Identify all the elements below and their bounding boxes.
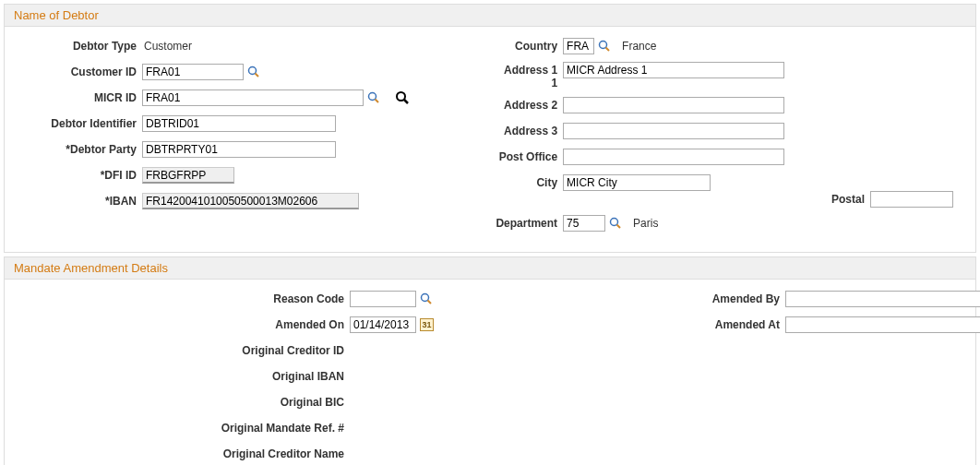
lookup-icon[interactable] <box>420 292 433 305</box>
iban-input[interactable] <box>142 193 359 209</box>
debtor-party-input[interactable] <box>142 141 336 158</box>
address2-label: Address 2 <box>471 99 563 112</box>
lookup-icon[interactable] <box>598 40 611 53</box>
postal-label: Postal <box>831 193 865 206</box>
orig-creditor-id-label: Original Creditor ID <box>8 344 350 357</box>
mandate-section-title: Mandate Amendment Details <box>5 257 975 280</box>
amended-by-input[interactable] <box>785 291 980 307</box>
svg-line-1 <box>256 74 259 78</box>
orig-creditor-name-label: Original Creditor Name <box>8 447 350 460</box>
svg-point-0 <box>249 67 257 75</box>
reason-code-label: Reason Code <box>8 292 350 305</box>
svg-point-8 <box>611 219 618 226</box>
svg-point-10 <box>422 294 429 302</box>
address3-label: Address 3 <box>471 125 563 137</box>
debtor-type-value: Customer <box>142 40 192 53</box>
country-label: Country <box>471 40 563 53</box>
address1-input[interactable] <box>563 62 784 78</box>
svg-point-6 <box>600 42 607 49</box>
orig-bic-label: Original BIC <box>8 396 350 409</box>
country-text: France <box>620 40 656 53</box>
svg-line-9 <box>617 225 621 229</box>
amended-on-label: Amended On <box>8 318 350 331</box>
amended-at-input[interactable] <box>785 316 980 333</box>
svg-line-3 <box>376 100 379 103</box>
orig-iban-label: Original IBAN <box>8 370 350 383</box>
debtor-identifier-label: Debtor Identifier <box>8 117 142 130</box>
amended-by-label: Amended By <box>490 292 785 305</box>
amended-at-label: Amended At <box>490 318 785 331</box>
svg-point-4 <box>397 92 405 101</box>
city-label: City <box>471 176 563 189</box>
debtor-section-title: Name of Debtor <box>5 5 975 27</box>
postoffice-label: Post Office <box>471 150 563 163</box>
search-icon[interactable] <box>395 90 410 105</box>
country-input[interactable] <box>563 38 594 54</box>
svg-line-11 <box>428 301 432 304</box>
iban-label: *IBAN <box>8 195 142 208</box>
postal-input[interactable] <box>870 191 953 208</box>
department-label: Department <box>471 217 563 230</box>
lookup-icon[interactable] <box>609 217 622 230</box>
debtor-party-label: *Debtor Party <box>8 143 142 156</box>
svg-line-5 <box>404 100 408 103</box>
debtor-identifier-input[interactable] <box>142 115 336 132</box>
calendar-icon[interactable]: 31 <box>420 318 434 331</box>
reason-code-input[interactable] <box>350 291 416 307</box>
customer-id-label: Customer ID <box>8 66 142 78</box>
address1-label: Address 11 <box>471 62 563 89</box>
micr-id-label: MICR ID <box>8 91 142 104</box>
postoffice-input[interactable] <box>563 149 784 165</box>
debtor-type-label: Debtor Type <box>8 40 142 53</box>
amended-on-input[interactable] <box>350 316 416 333</box>
department-input[interactable] <box>563 215 605 232</box>
city-input[interactable] <box>563 174 711 191</box>
orig-mandate-ref-label: Original Mandate Ref. # <box>8 422 350 435</box>
address3-input[interactable] <box>563 123 784 139</box>
svg-line-7 <box>606 48 610 52</box>
micr-id-input[interactable] <box>142 89 364 106</box>
svg-point-2 <box>369 93 376 101</box>
department-text: Paris <box>631 217 658 230</box>
lookup-icon[interactable] <box>247 66 260 78</box>
mandate-section: Mandate Amendment Details Reason Code Am… <box>4 256 976 465</box>
dfi-id-label: *DFI ID <box>8 169 142 182</box>
customer-id-input[interactable] <box>142 64 244 80</box>
address2-input[interactable] <box>563 97 784 113</box>
lookup-icon[interactable] <box>367 91 380 104</box>
dfi-id-input[interactable] <box>142 167 234 184</box>
debtor-section: Name of Debtor Debtor Type Customer Cust… <box>4 4 976 253</box>
